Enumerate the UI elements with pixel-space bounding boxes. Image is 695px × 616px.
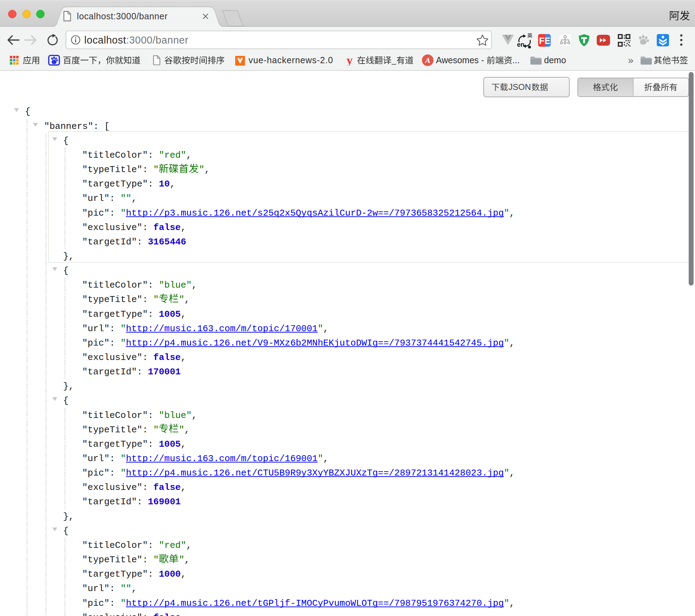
svg-text:F: F	[539, 36, 544, 46]
svg-text:E: E	[544, 36, 550, 46]
svg-text:A: A	[424, 56, 430, 65]
svg-text:y: y	[347, 55, 353, 66]
